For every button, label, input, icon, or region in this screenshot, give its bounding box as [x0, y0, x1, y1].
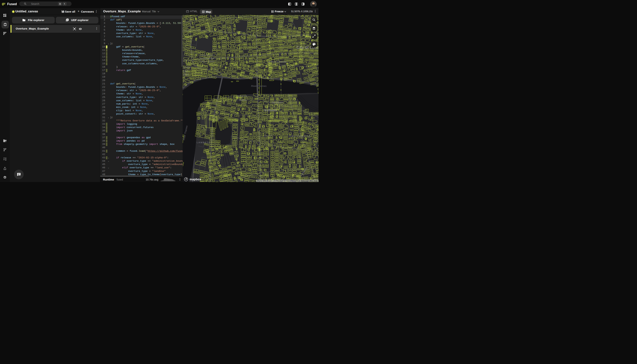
svg-text:SOUTHWARK: SOUTHWARK	[289, 135, 311, 138]
svg-text:St Paul’s Cathedral: St Paul’s Cathedral	[268, 60, 287, 63]
svg-text:ENT: ENT	[183, 70, 189, 72]
svg-text:River Thames: River Thames	[251, 85, 267, 88]
svg-text:Tate Modern: Tate Modern	[272, 101, 283, 104]
svg-text:LAMBETH: LAMBETH	[197, 141, 211, 144]
svg-text:London School of: London School of	[199, 54, 215, 56]
svg-text:Economics and: Economics and	[200, 57, 214, 59]
svg-text:DEN: DEN	[183, 73, 189, 76]
svg-text:ra House: ra House	[183, 66, 191, 68]
svg-text:SOUTH: SOUTH	[238, 95, 248, 97]
svg-text:Political Science: Political Science	[200, 60, 214, 62]
svg-text:BANK: BANK	[239, 99, 247, 101]
svg-text:Southwark: Southwark	[264, 108, 277, 112]
